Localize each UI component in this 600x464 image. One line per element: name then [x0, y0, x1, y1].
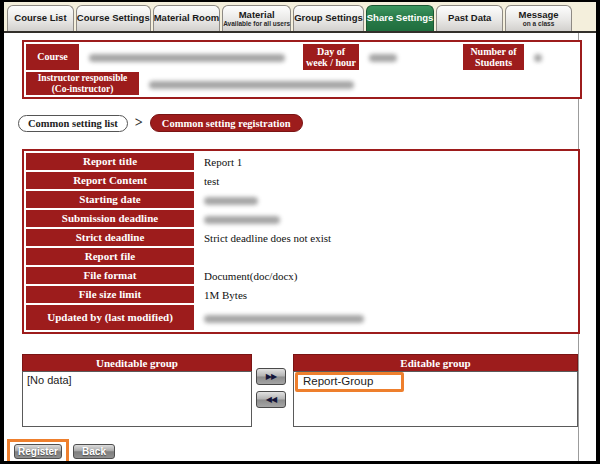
- chevron-right-icon: >: [135, 116, 143, 130]
- updated-by-label: Updated by (last modified): [26, 305, 194, 330]
- table-row: Submission deadline: [26, 210, 576, 227]
- students-value-redacted: [526, 44, 578, 70]
- uneditable-group-panel: Uneditable group [No data]: [22, 354, 252, 427]
- report-content-value: test: [196, 172, 576, 189]
- report-settings-table: Report title Report 1 Report Content tes…: [22, 149, 580, 334]
- report-title-label: Report title: [26, 153, 194, 170]
- day-of-week-label: Day of week / hour: [303, 44, 359, 70]
- file-format-label: File format: [26, 267, 194, 284]
- starting-date-label: Starting date: [26, 191, 194, 208]
- tab-bar: Course List Course Settings Material Roo…: [4, 2, 596, 33]
- instructor-label: Instructor responsible (Co-instructor): [26, 72, 139, 95]
- uneditable-group-title: Uneditable group: [22, 354, 252, 371]
- editable-group-panel: Editable group Report-Group: [293, 354, 578, 427]
- table-row: Report file: [26, 248, 576, 265]
- tab-label: Past Data: [448, 13, 491, 23]
- uneditable-group-list[interactable]: [No data]: [22, 371, 252, 427]
- strict-deadline-value: Strict deadline does not exist: [196, 229, 576, 246]
- report-file-value: [196, 248, 576, 265]
- day-of-week-value-redacted: [361, 44, 461, 70]
- submission-deadline-label: Submission deadline: [26, 210, 194, 227]
- tab-label: Share Settings: [367, 13, 434, 23]
- file-size-limit-value: 1M Bytes: [196, 286, 576, 303]
- tab-material-room[interactable]: Material Room: [153, 5, 220, 31]
- tab-material-all-users[interactable]: MaterialAvailable for all users: [222, 5, 291, 31]
- starting-date-value-redacted: [196, 191, 576, 208]
- tab-past-data[interactable]: Past Data: [436, 5, 503, 31]
- tab-sublabel: on a class: [523, 20, 554, 27]
- report-title-value: Report 1: [196, 153, 576, 170]
- course-value-redacted: [81, 44, 301, 70]
- tab-share-settings[interactable]: Share Settings: [366, 5, 435, 31]
- tab-message-on-a-class[interactable]: Messageon a class: [505, 5, 572, 31]
- tab-label: Material: [239, 10, 275, 20]
- register-button[interactable]: Register: [14, 444, 62, 459]
- common-setting-list-button[interactable]: Common setting list: [18, 115, 128, 132]
- tab-course-list[interactable]: Course List: [7, 5, 74, 31]
- common-setting-registration-badge: Common setting registration: [150, 114, 303, 132]
- table-row: Starting date: [26, 191, 576, 208]
- strict-deadline-label: Strict deadline: [26, 229, 194, 246]
- instructor-value-redacted: [141, 72, 578, 95]
- submission-deadline-value-redacted: [196, 210, 576, 227]
- tab-label: Course List: [14, 13, 66, 23]
- tab-course-settings[interactable]: Course Settings: [76, 5, 151, 31]
- tab-sublabel: Available for all users: [223, 20, 290, 27]
- tab-group-settings[interactable]: Group Settings: [293, 5, 364, 31]
- table-row: Strict deadline Strict deadline does not…: [26, 229, 576, 246]
- breadcrumb: Common setting list > Common setting reg…: [18, 114, 303, 132]
- table-row: Report title Report 1: [26, 153, 576, 170]
- file-format-value: Document(doc/docx): [196, 267, 576, 284]
- table-row: Report Content test: [26, 172, 576, 189]
- course-label: Course: [26, 44, 79, 70]
- move-to-editable-button[interactable]: ▶▶: [256, 368, 286, 385]
- tab-label: Course Settings: [77, 13, 150, 23]
- updated-by-value-redacted: [196, 305, 576, 330]
- list-item-report-group[interactable]: Report-Group: [301, 374, 375, 388]
- move-to-uneditable-button[interactable]: ◀◀: [256, 391, 286, 408]
- register-highlight-annotation: Register: [7, 439, 69, 461]
- back-button[interactable]: Back: [73, 444, 115, 459]
- tab-label: Message: [518, 10, 558, 20]
- editable-group-list[interactable]: Report-Group: [293, 371, 578, 427]
- report-group-highlight-annotation: Report-Group: [295, 372, 404, 392]
- file-size-limit-label: File size limit: [26, 286, 194, 303]
- list-item-no-data: [No data]: [25, 373, 249, 387]
- tab-label: Group Settings: [294, 13, 363, 23]
- report-file-label: Report file: [26, 248, 194, 265]
- table-row: Updated by (last modified): [26, 305, 576, 330]
- lms-window: Course List Course Settings Material Roo…: [4, 2, 596, 461]
- table-row: File format Document(doc/docx): [26, 267, 576, 284]
- group-transfer-controls: ▶▶ ◀◀: [256, 368, 290, 408]
- tab-label: Material Room: [154, 13, 219, 23]
- report-content-label: Report Content: [26, 172, 194, 189]
- course-info-table: Course Day of week / hour Number of Stud…: [22, 40, 582, 99]
- students-label: Number of Students: [463, 44, 524, 70]
- table-row: File size limit 1M Bytes: [26, 286, 576, 303]
- editable-group-title: Editable group: [293, 354, 578, 371]
